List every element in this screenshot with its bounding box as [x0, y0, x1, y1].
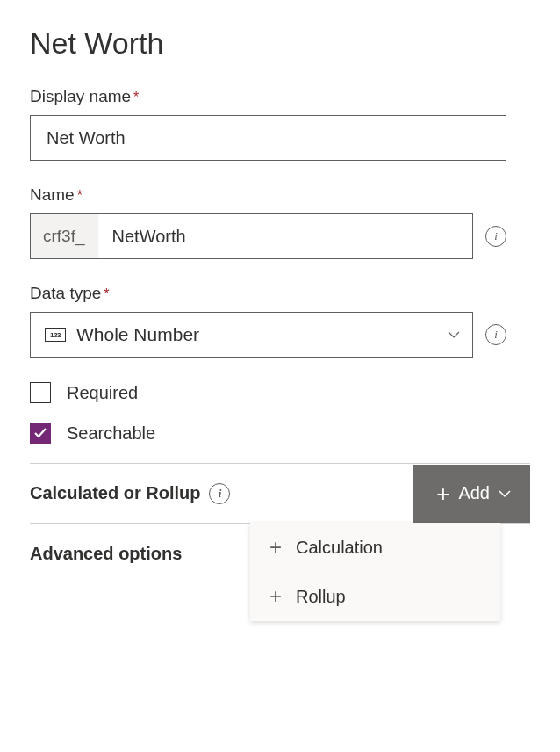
data-type-label: Data type	[30, 284, 101, 303]
searchable-checkbox[interactable]	[30, 423, 51, 444]
required-checkbox-row[interactable]: Required	[30, 382, 530, 403]
display-name-group: Display name*	[30, 87, 530, 161]
plus-icon: +	[269, 584, 282, 609]
menu-item-label: Rollup	[296, 587, 346, 607]
name-input-wrapper: crf3f_	[30, 213, 473, 259]
chevron-down-icon	[499, 488, 511, 500]
calc-rollup-section: Calculated or Rollup i + Add	[30, 464, 530, 524]
info-icon[interactable]: i	[209, 483, 230, 504]
info-icon[interactable]: i	[485, 226, 506, 247]
add-dropdown-menu: + Calculation + Rollup	[250, 523, 500, 621]
display-name-input[interactable]	[30, 115, 506, 161]
chevron-down-icon	[448, 329, 460, 341]
calc-rollup-label: Calculated or Rollup	[30, 483, 200, 503]
plus-icon: +	[436, 482, 449, 505]
info-icon[interactable]: i	[485, 324, 506, 345]
menu-item-rollup[interactable]: + Rollup	[250, 572, 500, 621]
menu-item-label: Calculation	[296, 538, 383, 558]
data-type-selected: Whole Number	[76, 324, 437, 345]
required-label: Required	[67, 383, 138, 403]
name-label: Name	[30, 185, 75, 205]
add-button[interactable]: + Add	[413, 465, 530, 523]
required-checkbox[interactable]	[30, 382, 51, 403]
advanced-options-label: Advanced options	[30, 544, 182, 564]
searchable-checkbox-row[interactable]: Searchable	[30, 423, 530, 444]
data-type-group: Data type* 123 Whole Number i	[30, 284, 530, 358]
name-group: Name* crf3f_ i	[30, 185, 530, 259]
menu-item-calculation[interactable]: + Calculation	[250, 523, 500, 572]
display-name-label: Display name	[30, 87, 131, 106]
searchable-label: Searchable	[67, 423, 155, 444]
required-star: *	[104, 286, 109, 301]
plus-icon: +	[269, 535, 282, 560]
required-star: *	[133, 90, 139, 105]
whole-number-icon: 123	[45, 328, 66, 342]
name-input[interactable]	[98, 214, 472, 258]
add-button-label: Add	[458, 483, 490, 503]
required-star: *	[77, 188, 83, 203]
page-title: Net Worth	[30, 26, 530, 61]
name-prefix: crf3f_	[31, 214, 98, 258]
data-type-select[interactable]: 123 Whole Number	[30, 312, 473, 358]
